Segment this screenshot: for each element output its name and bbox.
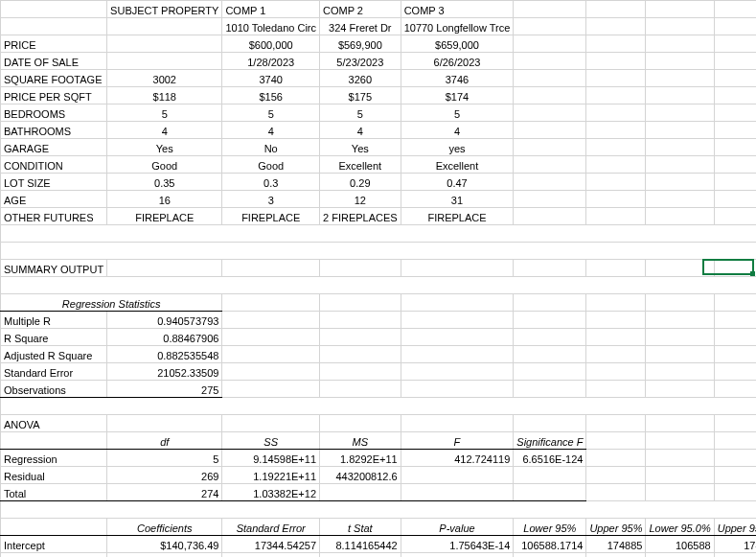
coef-head-se[interactable]: Standard Error (222, 519, 320, 536)
cell[interactable] (586, 35, 646, 53)
coef-val[interactable]: $140,736.49 (107, 536, 222, 553)
regstat-val[interactable]: 275 (107, 381, 222, 398)
anova-ss[interactable]: 1.19221E+11 (222, 467, 320, 484)
cell[interactable] (514, 363, 586, 381)
row-c3[interactable]: 0.47 (401, 174, 514, 191)
cell[interactable] (320, 312, 401, 329)
cell[interactable] (586, 139, 646, 156)
regstat-label[interactable]: Observations (1, 381, 107, 398)
anova-f[interactable] (401, 484, 514, 501)
cell[interactable] (714, 53, 756, 70)
cell[interactable] (714, 432, 756, 450)
row-c3[interactable]: FIREPLACE (401, 208, 514, 225)
cell[interactable] (107, 18, 222, 35)
header-comp2[interactable]: COMP 2 (320, 1, 401, 18)
cell[interactable] (514, 1, 586, 18)
cell[interactable] (714, 104, 756, 122)
row-c3[interactable]: 6/26/2023 (401, 53, 514, 70)
cell[interactable] (714, 415, 756, 432)
anova-df[interactable]: 269 (107, 467, 222, 484)
cell[interactable] (1, 18, 107, 35)
cell[interactable] (646, 174, 714, 191)
anova-title[interactable]: ANOVA (1, 415, 107, 432)
anova-head-sig[interactable]: Significance F (514, 432, 586, 450)
coef-lo2[interactable]: 106588 (646, 536, 714, 553)
row-c1[interactable]: 5 (222, 104, 320, 122)
addr-comp3[interactable]: 10770 Longfellow Trce (401, 18, 514, 35)
cell[interactable] (401, 260, 514, 277)
row-subject[interactable]: $118 (107, 87, 222, 104)
regstat-label[interactable]: Standard Error (1, 363, 107, 381)
row-label[interactable]: PRICE PER SQFT (1, 87, 107, 104)
row-c2[interactable]: 5/23/2023 (320, 53, 401, 70)
coef-head-lo[interactable]: Lower 95% (514, 519, 586, 536)
cell[interactable] (646, 450, 714, 467)
cell[interactable] (646, 294, 714, 312)
anova-label[interactable]: Residual (1, 467, 107, 484)
cell[interactable] (646, 484, 714, 501)
anova-ss[interactable]: 9.14598E+11 (222, 450, 320, 467)
row-subject[interactable] (107, 35, 222, 53)
anova-sig[interactable] (514, 467, 586, 484)
cell[interactable] (1, 398, 757, 415)
row-c3[interactable]: 31 (401, 191, 514, 208)
cell[interactable] (714, 363, 756, 381)
row-c2[interactable]: $175 (320, 87, 401, 104)
regstat-val[interactable]: 21052.33509 (107, 363, 222, 381)
cell[interactable] (514, 18, 586, 35)
coef-head-up[interactable]: Upper 95% (586, 519, 646, 536)
coef-head-lo2[interactable]: Lower 95.0% (646, 519, 714, 536)
cell[interactable] (1, 432, 107, 450)
cell[interactable] (107, 260, 222, 277)
row-c1[interactable]: FIREPLACE (222, 208, 320, 225)
cell[interactable] (320, 381, 401, 398)
row-subject[interactable]: FIREPLACE (107, 208, 222, 225)
row-c1[interactable]: 1/28/2023 (222, 53, 320, 70)
fill-handle[interactable] (750, 271, 755, 276)
row-label[interactable]: GARAGE (1, 139, 107, 156)
cell[interactable] (714, 208, 756, 225)
anova-label[interactable]: Total (1, 484, 107, 501)
cell[interactable] (586, 346, 646, 363)
coef-up2[interactable]: -2.7369 (714, 553, 756, 558)
cell[interactable] (586, 450, 646, 467)
cell[interactable] (1, 243, 757, 260)
row-c2[interactable]: 5 (320, 104, 401, 122)
cell[interactable] (586, 484, 646, 501)
row-c2[interactable]: Yes (320, 139, 401, 156)
row-subject[interactable]: 3002 (107, 70, 222, 87)
anova-ms[interactable]: 443200812.6 (320, 467, 401, 484)
cell[interactable] (714, 450, 756, 467)
row-subject[interactable]: 0.35 (107, 174, 222, 191)
row-subject[interactable]: Good (107, 156, 222, 174)
cell[interactable] (320, 415, 401, 432)
row-subject[interactable] (107, 53, 222, 70)
regstat-val[interactable]: 0.940573793 (107, 312, 222, 329)
cell[interactable] (222, 294, 320, 312)
cell[interactable] (646, 191, 714, 208)
cell[interactable] (646, 53, 714, 70)
cell[interactable] (714, 139, 756, 156)
cell[interactable] (320, 260, 401, 277)
row-c3[interactable]: $174 (401, 87, 514, 104)
regstat-label[interactable]: Multiple R (1, 312, 107, 329)
cell[interactable] (514, 156, 586, 174)
row-c2[interactable]: 4 (320, 122, 401, 139)
anova-df[interactable]: 5 (107, 450, 222, 467)
anova-head-df[interactable]: df (107, 432, 222, 450)
cell[interactable] (646, 70, 714, 87)
cell[interactable] (714, 87, 756, 104)
row-c2[interactable]: $569,900 (320, 35, 401, 53)
cell[interactable] (714, 174, 756, 191)
cell[interactable] (1, 501, 757, 519)
cell[interactable] (586, 104, 646, 122)
row-label[interactable]: PRICE (1, 35, 107, 53)
addr-comp1[interactable]: 1010 Toledano Circ (222, 18, 320, 35)
coef-head-up2[interactable]: Upper 95.0% (714, 519, 756, 536)
row-label[interactable]: OTHER FUTURES (1, 208, 107, 225)
cell[interactable] (514, 191, 586, 208)
cell[interactable] (514, 294, 586, 312)
cell[interactable] (714, 35, 756, 53)
cell[interactable] (646, 329, 714, 346)
cell[interactable] (714, 18, 756, 35)
